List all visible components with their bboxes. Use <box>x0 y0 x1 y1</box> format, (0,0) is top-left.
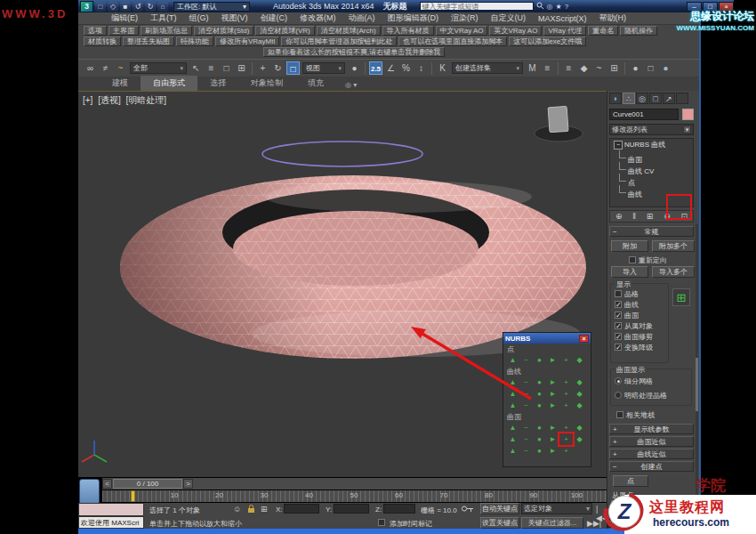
nurbs-curve-tool-icon[interactable] <box>533 388 546 400</box>
rollout-collapsed[interactable]: +曲面近似 <box>609 436 694 447</box>
project-folder-icon[interactable] <box>157 2 168 12</box>
window-crossing-icon[interactable] <box>235 61 248 75</box>
script-button[interactable]: 清空材质球(Arch) <box>317 26 381 36</box>
selection-lock-icon[interactable] <box>247 505 255 515</box>
bind-to-spacewarp-icon[interactable] <box>114 61 127 75</box>
script-button[interactable]: 也可以在选项里面直接添加脚本 <box>398 36 507 46</box>
script-button[interactable]: 主界面 <box>109 26 139 36</box>
nurbs-surface-tool-icon[interactable] <box>533 445 546 457</box>
modifier-stack-item[interactable]: 曲线 CV <box>610 162 693 174</box>
script-button[interactable]: 导入所有材质 <box>382 26 434 36</box>
import-button[interactable]: 导入 <box>611 266 648 278</box>
nurbs-curve-tool-icon[interactable] <box>546 400 559 411</box>
nurbs-curve-tool-icon[interactable] <box>559 388 573 400</box>
help-icon[interactable]: ? <box>565 3 568 11</box>
nurbs-point-tool-icon[interactable] <box>533 354 546 366</box>
command-panel-tab[interactable] <box>636 93 648 104</box>
add-time-tag-label[interactable]: 添加时间标记 <box>390 519 432 529</box>
render-setup-icon[interactable] <box>629 61 642 75</box>
select-by-name-icon[interactable] <box>205 61 218 75</box>
max-app-logo-icon[interactable] <box>80 1 93 12</box>
modifier-stack-item[interactable]: 曲面 <box>610 150 693 162</box>
key-filters-button[interactable]: 关键点过滤器... <box>521 517 583 529</box>
modifier-stack-item[interactable]: NURBS 曲线 <box>610 139 693 150</box>
nurbs-curve-tool-icon[interactable] <box>573 388 586 400</box>
spinner-snap-icon[interactable] <box>414 61 428 75</box>
x-coordinate-field[interactable] <box>284 504 319 514</box>
attach-button[interactable]: 附加 <box>611 240 648 252</box>
ribbon-tab[interactable]: 填充 <box>295 76 336 91</box>
nurbs-point-tool-icon[interactable] <box>546 354 559 366</box>
nurbs-curve-tool-icon[interactable] <box>559 400 573 411</box>
command-panel-tab[interactable] <box>649 93 662 104</box>
script-button[interactable]: 修改所有VRayMtl <box>215 36 279 46</box>
script-button[interactable]: 刷新场景信息 <box>141 26 192 36</box>
nurbs-toolbox-titlebar[interactable]: NURBS × <box>503 333 591 344</box>
object-color-swatch[interactable] <box>682 109 694 120</box>
z-coordinate-field[interactable] <box>383 504 415 514</box>
key-filter-selection-dropdown[interactable]: 选定对象 ▾ <box>521 503 592 514</box>
menu-item[interactable]: 图形编辑器(D) <box>382 12 446 24</box>
nurbs-surface-tool-icon[interactable] <box>533 422 546 433</box>
command-panel-tab[interactable] <box>623 93 635 104</box>
isolate-selection-icon[interactable]: ☺ <box>233 505 241 514</box>
script-button[interactable]: 材质转换 <box>84 36 121 46</box>
nurbs-surface-tool-icon[interactable] <box>533 433 546 445</box>
graphite-ribbon-toggle-icon[interactable] <box>577 61 591 75</box>
script-button[interactable]: 选项 <box>84 26 107 36</box>
point-button[interactable]: 点 <box>613 475 648 487</box>
communication-center-icon[interactable]: ◎ <box>547 3 553 11</box>
nurbs-curve-tool-icon[interactable] <box>519 400 533 411</box>
command-panel-tab[interactable] <box>609 93 622 104</box>
nurbs-surface-tool-icon[interactable] <box>506 433 519 445</box>
nurbs-surface-tool-icon[interactable] <box>546 445 559 457</box>
search-icon[interactable] <box>536 2 544 12</box>
object-name-field[interactable]: Curve001 <box>609 109 679 120</box>
open-file-icon[interactable] <box>108 2 118 12</box>
align-icon[interactable] <box>541 61 554 75</box>
nurbs-curve-tool-icon[interactable] <box>546 388 559 400</box>
display-checkbox[interactable]: 曲线 <box>611 299 668 310</box>
next-frame-button[interactable]: > <box>183 479 193 489</box>
nurbs-surface-tool-icon[interactable] <box>506 445 519 457</box>
unlink-selection-icon[interactable] <box>99 61 112 75</box>
script-button[interactable]: 这可以添加exe文件哦 <box>509 36 586 46</box>
display-checkbox[interactable]: 变换降级 <box>611 342 668 352</box>
nurbs-curve-tool-icon[interactable] <box>573 400 586 411</box>
attach-multiple-button[interactable]: 附加多个 <box>652 240 695 252</box>
snap-toggle-button[interactable]: 2.5 <box>369 61 382 75</box>
script-button[interactable]: VRay 代理 <box>543 26 586 36</box>
keyboard-override-icon[interactable] <box>436 61 449 75</box>
nurbs-surface-tool-icon[interactable] <box>519 422 533 433</box>
ribbon-tab[interactable]: 对象绘制 <box>238 76 295 91</box>
nurbs-surface-tool-icon[interactable] <box>506 422 519 433</box>
surface-display-radio[interactable]: 明暗处理晶格 <box>611 388 691 402</box>
nurbs-surface-tool-icon[interactable] <box>546 422 559 433</box>
viewport-label[interactable]: [+] [透视] [明暗处理] <box>83 94 169 107</box>
select-and-move-icon[interactable] <box>256 61 269 75</box>
nurbs-surface-tool-icon[interactable] <box>573 422 586 433</box>
select-and-scale-icon[interactable] <box>286 61 300 75</box>
reference-coordinate-dropdown[interactable]: 视图 ▾ <box>302 62 345 74</box>
viewport-menu-general[interactable]: [+] <box>83 95 92 105</box>
display-checkbox[interactable]: 曲面 <box>611 310 668 320</box>
ribbon-tab[interactable]: 选择 <box>197 76 238 91</box>
display-checkbox[interactable]: 晶格 <box>611 288 668 299</box>
select-and-rotate-icon[interactable] <box>271 61 285 75</box>
reorient-checkbox[interactable]: 重新定向 <box>625 255 667 265</box>
time-slider[interactable]: < 0 / 100 > <box>102 478 607 490</box>
nurbs-curve-tool-icon[interactable] <box>546 376 559 388</box>
script-button[interactable]: 英文VRay AO <box>489 26 542 36</box>
track-bar[interactable]: 102030405060708090100 <box>102 490 607 502</box>
make-unique-icon[interactable]: ⊞ <box>647 212 654 221</box>
ribbon-tab[interactable]: 建模 <box>100 76 141 91</box>
render-production-icon[interactable] <box>659 61 672 75</box>
named-selection-sets-dropdown[interactable]: 创建选择集 ▾ <box>452 62 523 74</box>
menu-item[interactable]: 自定义(U) <box>485 12 533 24</box>
nurbs-curve-tool-icon[interactable] <box>519 376 533 388</box>
menu-item[interactable]: 视图(V) <box>215 12 254 24</box>
nurbs-surface-tool-icon[interactable] <box>546 433 559 445</box>
command-panel-tab[interactable] <box>676 93 688 104</box>
nurbs-toolbox-window[interactable]: NURBS × 点 曲线 曲面 <box>503 332 591 467</box>
menu-item[interactable]: 工具(T) <box>144 12 183 24</box>
